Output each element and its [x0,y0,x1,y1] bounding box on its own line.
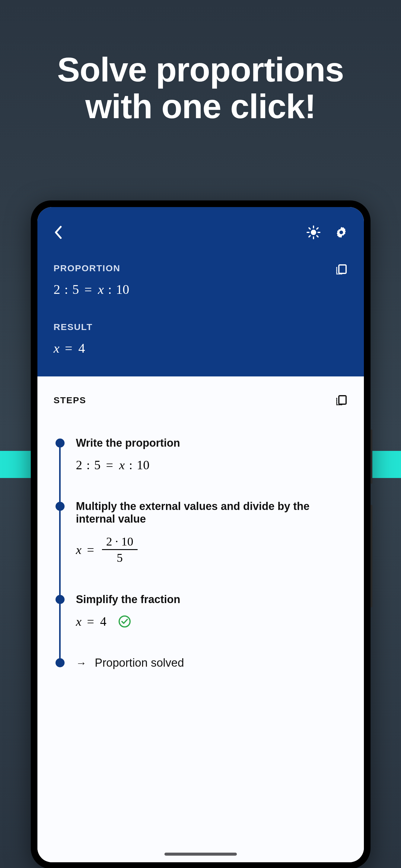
steps-panel: Steps Write the proportion 2 : 5 [37,376,364,862]
copy-proportion-button[interactable] [335,263,348,276]
svg-line-6 [317,236,318,237]
brightness-icon [307,225,320,239]
gear-icon [335,226,348,239]
result-label: Result [54,322,348,332]
step-title: Write the proportion [76,437,348,450]
proportion-label: Proportion [54,263,130,273]
back-button[interactable] [54,225,62,240]
timeline-dot [56,438,64,447]
step-item-final: → Proportion solved [76,656,348,670]
chevron-left-icon [54,225,62,240]
headline: Solve proportions with one click! [0,0,401,125]
copy-steps-button[interactable] [335,394,348,407]
copy-icon [335,394,348,407]
step-final-text: → Proportion solved [76,656,348,670]
steps-label: Steps [54,395,86,405]
timeline-dot [56,658,64,667]
headline-line1: Solve proportions [0,51,401,88]
home-indicator[interactable] [165,852,237,856]
svg-line-7 [317,228,318,229]
headline-line2: with one click! [0,88,401,125]
step-title: Simplify the fraction [76,593,348,606]
phone-frame: Proportion 2 : 5 = x : 10 [31,200,371,868]
svg-line-8 [309,236,310,237]
brightness-button[interactable] [307,225,320,239]
copy-icon [335,263,348,276]
svg-line-5 [309,228,310,229]
phone-screen: Proportion 2 : 5 = x : 10 [37,207,364,862]
svg-point-9 [339,230,343,234]
settings-button[interactable] [335,226,348,239]
step-title: Multiply the external values and divide … [76,500,348,525]
timeline-dot [56,502,64,511]
timeline-dot [56,595,64,604]
step-equation: x = 4 [76,614,348,629]
step-equation: x = 2 · 10 5 [76,534,348,565]
step-item: Simplify the fraction x = 4 [76,593,348,629]
phone-side-button [371,430,372,484]
svg-point-0 [311,230,316,235]
svg-rect-10 [339,265,346,273]
arrow-right-icon: → [76,657,87,669]
step-equation: 2 : 5 = x : 10 [76,458,348,472]
phone-side-button [371,505,372,607]
check-circle-icon [118,615,131,628]
proportion-equation: 2 : 5 = x : 10 [54,282,130,297]
step-item: Write the proportion 2 : 5 = x : 10 [76,437,348,472]
steps-timeline: Write the proportion 2 : 5 = x : 10 Mult… [56,437,348,670]
fraction: 2 · 10 5 [102,534,138,565]
timeline-line [59,441,61,665]
result-equation: x = 4 [54,341,348,356]
svg-rect-11 [339,396,346,404]
toolbar [54,225,348,240]
top-panel: Proportion 2 : 5 = x : 10 [37,207,364,376]
step-item: Multiply the external values and divide … [76,500,348,565]
